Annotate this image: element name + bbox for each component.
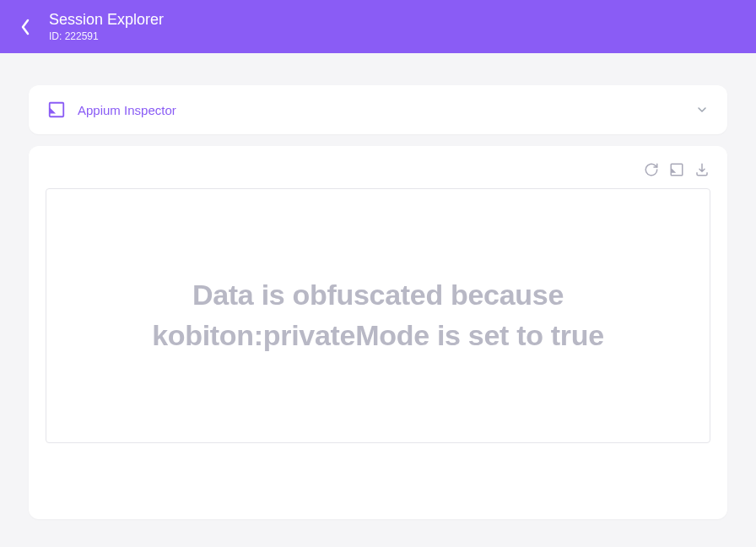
message-box: Data is obfuscated because kobiton:priva…	[46, 188, 710, 443]
download-button[interactable]	[694, 161, 710, 178]
refresh-icon	[644, 162, 659, 177]
select-element-icon	[669, 162, 684, 177]
header-bar: Session Explorer ID: 222591	[0, 0, 756, 53]
panel-toolbar	[46, 161, 710, 188]
back-button[interactable]	[15, 17, 35, 37]
select-element-button[interactable]	[668, 161, 685, 178]
content-area: Appium Inspector	[0, 53, 756, 536]
header-text-block: Session Explorer ID: 222591	[49, 11, 164, 43]
chevron-left-icon	[20, 19, 30, 35]
obfuscation-message: Data is obfuscated because kobiton:priva…	[63, 275, 693, 355]
inspector-dropdown[interactable]: Appium Inspector	[29, 85, 727, 134]
inspector-label: Appium Inspector	[78, 103, 683, 117]
inspector-icon	[47, 100, 66, 119]
refresh-button[interactable]	[643, 161, 660, 178]
page-title: Session Explorer	[49, 11, 164, 30]
session-id-label: ID: 222591	[49, 30, 164, 42]
chevron-down-icon	[695, 103, 709, 116]
download-icon	[694, 162, 710, 177]
inspector-panel: Data is obfuscated because kobiton:priva…	[29, 146, 727, 519]
